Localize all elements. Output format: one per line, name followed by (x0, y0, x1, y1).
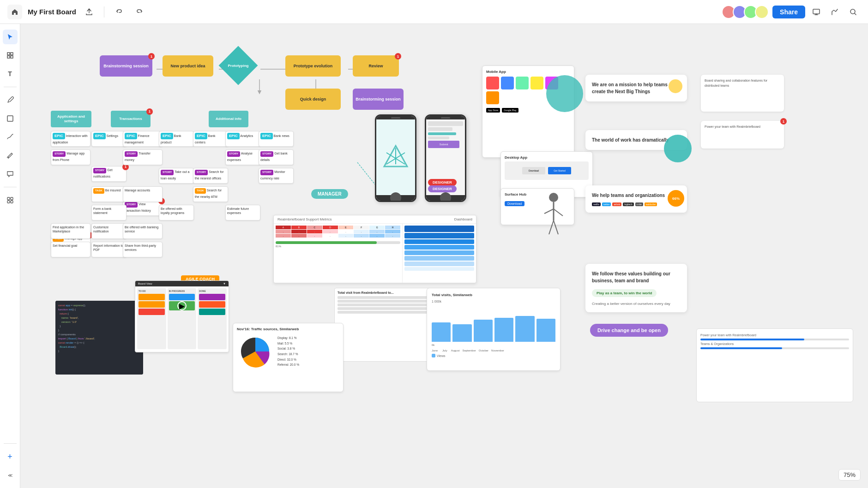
analytics-button[interactable] (827, 5, 842, 19)
svg-rect-9 (7, 201, 10, 203)
card-bank-centers[interactable]: EPIC Bank centers (193, 131, 228, 147)
phone-mockup-left (375, 114, 416, 202)
world-work-card: The world of work has dramatically (585, 130, 687, 150)
flow-brainstorm2[interactable]: Brainstorming session (353, 89, 404, 110)
canvas[interactable]: Brainstorming session 1 New product idea… (20, 24, 868, 488)
zoom-level: 75% (844, 471, 856, 478)
svg-rect-4 (7, 56, 10, 58)
card-be-insured[interactable]: TASK Be insured (91, 186, 127, 202)
right-extra-card2: Power your team with Realmbriefboard 1 (701, 121, 784, 149)
svg-line-26 (554, 209, 563, 216)
card-banking-service[interactable]: Be offered with banking service (123, 223, 163, 239)
svg-line-17 (357, 162, 376, 185)
sidebar-text-tool[interactable]: T (3, 66, 18, 81)
flow-quick-design[interactable]: Quick design (285, 89, 341, 110)
flow-prototyping-label: Prototyping (228, 63, 249, 67)
card-interaction[interactable]: EPIC Interaction with application (51, 131, 90, 147)
bar-chart: Total visits, Similarweb 1 000k 0k June … (427, 288, 561, 371)
card-bank-news[interactable]: EPIC Bank news (259, 131, 294, 147)
svg-rect-0 (813, 9, 820, 14)
card-get-bank-details[interactable]: STORY Get bank details (259, 149, 294, 165)
bar-label-aug: August (451, 349, 460, 352)
card-bank-product[interactable]: EPIC Bank product (159, 131, 194, 147)
role-designer[interactable]: DESIGNER (428, 179, 457, 186)
dashboard-screenshot[interactable]: Realmbriefboard Support Metrics Dashboar… (273, 215, 476, 283)
home-button[interactable] (7, 5, 22, 19)
col-header-transactions[interactable]: Transactions 1 (111, 111, 151, 127)
flow-new-product[interactable]: New product idea (163, 55, 213, 77)
search-button[interactable] (846, 5, 861, 19)
card-find-marketplace[interactable]: Find application in the Marketplace (51, 223, 90, 239)
avatar-4 (755, 5, 769, 19)
svg-rect-7 (7, 197, 10, 200)
flow-proto-evolution[interactable]: Prototype evolution (285, 55, 341, 77)
sidebar-select-tool[interactable] (3, 30, 18, 44)
bar-november (536, 319, 555, 342)
card-analyse-expenses[interactable]: STORY Analyse expenses (225, 149, 260, 165)
sidebar-frame-tool[interactable] (3, 48, 18, 63)
sidebar-bottom: + ≪ (3, 441, 18, 482)
card-search-nearest[interactable]: STORY Search for the nearest offices (193, 168, 228, 184)
sidebar-comment-tool[interactable] (3, 167, 18, 181)
bar-label-nov: November (491, 349, 504, 352)
card-report-pdf[interactable]: Report information to PDF (91, 242, 127, 257)
col-header-app[interactable]: Application and settings (51, 111, 91, 127)
role-designer2[interactable]: DESIGNER (428, 185, 457, 192)
sidebar-marker-tool[interactable] (3, 148, 18, 163)
drive-change-text: Drive change and be open (597, 327, 661, 333)
card-search-atm[interactable]: TASK Search for the nearby ATM (193, 186, 228, 202)
svg-rect-5 (11, 56, 13, 58)
present-button[interactable] (809, 5, 824, 19)
card-transfer-money[interactable]: STORY Transfer money (123, 149, 163, 165)
traffic-search: Search: 18.7 % (277, 351, 299, 357)
card-get-notif[interactable]: STORY Get notifications 1 (91, 166, 127, 182)
traffic-direct: Direct: 32.0 % (277, 357, 299, 363)
card-estimate-expenses[interactable]: Estimate future expenses (225, 205, 260, 220)
dashboard-left-title: Realmbriefboard Support Metrics (277, 217, 332, 221)
values-text: We follow these values building our busi… (592, 270, 681, 284)
redo-button[interactable] (132, 5, 147, 19)
drive-change-badge: Drive change and be open (590, 324, 668, 337)
export-button[interactable] (82, 5, 96, 19)
share-button[interactable]: Share (772, 6, 805, 18)
card-take-loan[interactable]: STORY Take out a loan easily (159, 168, 194, 184)
card-monitor-currency[interactable]: STORY Monitor currency rate (259, 168, 294, 184)
card-set-goal[interactable]: Set financial goal (51, 242, 90, 257)
sidebar-draw-tool[interactable] (3, 130, 18, 144)
svg-rect-2 (7, 53, 10, 55)
flow-review[interactable]: Review 1 (353, 55, 399, 77)
flow-prototyping[interactable]: Prototyping (219, 46, 258, 85)
bar-october (515, 316, 534, 342)
card-analytics[interactable]: EPIC Analytics (225, 131, 260, 147)
mobile-app-section: Mobile App App Store Google Play (482, 65, 574, 158)
sidebar-collapse-button[interactable]: ≪ (3, 468, 18, 482)
sidebar-pen-tool[interactable] (3, 93, 18, 107)
card-manage-app-phone[interactable]: STORY Manage app from Phone (51, 149, 90, 165)
flow-brainstorm1-label: Brainstorming session (103, 64, 149, 68)
right-extra-card1: Board sharing and collaboration features… (701, 75, 784, 112)
card-finance[interactable]: EPIC Finance management (123, 131, 163, 147)
traffic-display: Display: 8.1 % (277, 335, 299, 341)
sidebar-shape-tool[interactable] (3, 111, 18, 126)
sidebar-add-button[interactable]: + (3, 449, 18, 464)
flow-brainstorm1[interactable]: Brainstorming session 1 (100, 55, 152, 77)
undo-button[interactable] (112, 5, 127, 19)
col-header-additional[interactable]: Additional info (209, 111, 248, 127)
svg-point-23 (549, 193, 558, 202)
role-manager[interactable]: MANAGER (311, 189, 348, 199)
card-be-offered[interactable]: Be offered with loyalty programs (159, 205, 194, 220)
badge-right: 1 (780, 118, 787, 125)
bar-august (474, 320, 493, 342)
sidebar-separator-3 (4, 443, 17, 444)
card-view-history[interactable]: STORY View transaction history 1 (123, 200, 163, 216)
card-manage-accounts[interactable]: Manage accounts (123, 186, 163, 202)
pie-chart (237, 333, 274, 370)
right-panel: We are on a mission to help teams create… (585, 75, 862, 488)
flow-brainstorm2-label: Brainstorming session (356, 97, 401, 101)
card-form-statement[interactable]: Form a bank statement (91, 205, 127, 220)
card-customize[interactable]: Customize notification (91, 223, 127, 239)
desktop-app-title: Desktop App (505, 155, 589, 160)
sidebar-grid-tool[interactable] (3, 193, 18, 208)
card-third-party[interactable]: Share from third-party services (123, 242, 163, 257)
card-settings[interactable]: EPIC Settings (91, 131, 127, 147)
